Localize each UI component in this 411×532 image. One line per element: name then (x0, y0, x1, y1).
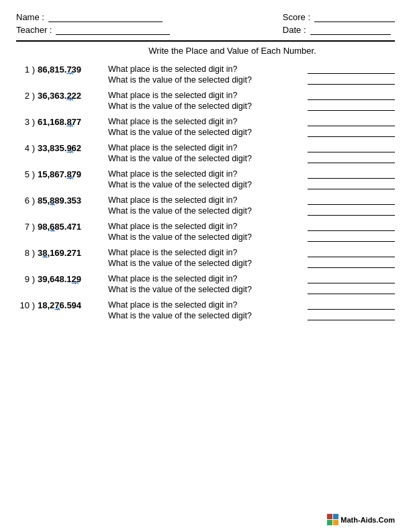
answer-line-1[interactable] (308, 222, 395, 231)
problem-questions: What place is the selected digit in? Wha… (108, 143, 395, 163)
answer-line-1[interactable] (308, 143, 395, 152)
problem-questions: What place is the selected digit in? Wha… (108, 91, 395, 111)
answer-line-1[interactable] (308, 64, 395, 74)
caret-mark: ^ (52, 228, 55, 234)
caret-mark: ^ (70, 175, 73, 182)
score-label: Score : (283, 12, 310, 22)
logo-cell-3 (327, 520, 332, 525)
header-divider (16, 40, 395, 42)
answer-line-1[interactable] (308, 169, 395, 179)
problem-row: 7 ) 98,685.471 ^ What place is the selec… (16, 218, 395, 245)
footer: Math-Aids.Com (327, 514, 395, 525)
problem-value: 85,889.353 ^ (38, 195, 108, 206)
caret-mark: ^ (52, 202, 55, 208)
problem-row: 4 ) 33,835.962 ^ What place is the selec… (16, 140, 395, 166)
logo-cell-2 (333, 514, 338, 519)
problem-number-label: 3 ) (16, 117, 38, 127)
answer-line-2[interactable] (308, 206, 395, 216)
question-text-2: What is the value of the selected digit? (108, 311, 252, 320)
logo: Math-Aids.Com (327, 514, 395, 525)
question-text-2: What is the value of the selected digit? (108, 206, 252, 216)
logo-text: Math-Aids.Com (340, 516, 395, 524)
problem-questions: What place is the selected digit in? Wha… (108, 300, 395, 320)
problem-value: 39,648.129 ^ (38, 274, 108, 284)
problem-number-label: 9 ) (16, 274, 38, 284)
answer-line-2[interactable] (308, 232, 395, 242)
problems-container: 1 ) 86,815.739 ^ What place is the selec… (16, 61, 395, 323)
answer-line-1[interactable] (308, 195, 395, 205)
answer-line-2[interactable] (308, 128, 395, 137)
question-text-2: What is the value of the selected digit? (108, 101, 252, 111)
answer-line-2[interactable] (308, 180, 395, 189)
problem-row: 10 ) 18,276.594 ^ What place is the sele… (16, 297, 395, 323)
question-row-1: What place is the selected digit in? (108, 222, 395, 231)
answer-line-2[interactable] (308, 75, 395, 85)
date-row: Date : (283, 25, 395, 35)
number-display: 86,815.739 ^ (38, 64, 81, 75)
question-row-2: What is the value of the selected digit? (108, 232, 395, 242)
score-row: Score : (283, 12, 395, 22)
problem-row: 2 ) 36,363.222 ^ What place is the selec… (16, 87, 395, 114)
number-display: 15,867.879 ^ (38, 169, 81, 179)
question-row-1: What place is the selected digit in? (108, 248, 395, 257)
question-row-2: What is the value of the selected digit? (108, 101, 395, 111)
caret-mark: ^ (70, 123, 73, 130)
question-row-1: What place is the selected digit in? (108, 143, 395, 152)
problem-questions: What place is the selected digit in? Wha… (108, 169, 395, 189)
answer-line-2[interactable] (308, 154, 395, 163)
logo-cell-1 (327, 514, 332, 519)
number-display: 39,648.129 ^ (38, 274, 81, 284)
problem-number-label: 4 ) (16, 143, 38, 153)
problem-value: 98,685.471 ^ (38, 222, 108, 232)
question-text-2: What is the value of the selected digit? (108, 128, 252, 137)
question-text-1: What place is the selected digit in? (108, 222, 237, 231)
question-text-1: What place is the selected digit in? (108, 64, 237, 74)
answer-line-1[interactable] (308, 117, 395, 126)
question-text-2: What is the value of the selected digit? (108, 259, 252, 268)
problem-number-label: 6 ) (16, 195, 38, 206)
question-row-2: What is the value of the selected digit? (108, 154, 395, 163)
question-row-2: What is the value of the selected digit? (108, 259, 395, 268)
problem-number-label: 10 ) (16, 300, 38, 310)
answer-line-2[interactable] (308, 101, 395, 111)
name-label: Name : (16, 12, 44, 22)
date-line[interactable] (310, 26, 391, 35)
problem-questions: What place is the selected digit in? Wha… (108, 117, 395, 137)
answer-line-1[interactable] (308, 91, 395, 100)
header-section: Name : Teacher : Score : Date : (16, 12, 395, 35)
problem-value: 18,276.594 ^ (38, 300, 108, 310)
number-display: 61,168.877 ^ (38, 117, 81, 127)
question-text-2: What is the value of the selected digit? (108, 285, 252, 294)
problem-number-label: 8 ) (16, 248, 38, 258)
logo-cell-4 (333, 520, 338, 525)
score-line[interactable] (314, 13, 395, 22)
question-text-1: What place is the selected digit in? (108, 274, 237, 283)
answer-line-1[interactable] (308, 300, 395, 310)
caret-mark: ^ (70, 97, 73, 103)
question-text-1: What place is the selected digit in? (108, 300, 237, 310)
number-display: 18,276.594 ^ (38, 300, 81, 310)
answer-line-2[interactable] (308, 285, 395, 294)
answer-line-1[interactable] (308, 248, 395, 257)
number-display: 85,889.353 ^ (38, 195, 81, 206)
teacher-line[interactable] (56, 26, 170, 35)
problem-value: 33,835.962 ^ (38, 143, 108, 153)
name-row: Name : (16, 12, 170, 22)
date-label: Date : (283, 25, 306, 35)
caret-mark: ^ (70, 71, 73, 77)
problem-questions: What place is the selected digit in? Wha… (108, 195, 395, 216)
question-text-1: What place is the selected digit in? (108, 169, 237, 179)
number-display: 33,835.962 ^ (38, 143, 81, 153)
question-text-2: What is the value of the selected digit? (108, 75, 252, 85)
problem-row: 6 ) 85,889.353 ^ What place is the selec… (16, 192, 395, 218)
caret-mark: ^ (75, 280, 79, 287)
answer-line-1[interactable] (308, 274, 395, 283)
problem-value: 15,867.879 ^ (38, 169, 108, 179)
answer-line-2[interactable] (308, 259, 395, 268)
problem-row: 9 ) 39,648.129 ^ What place is the selec… (16, 271, 395, 297)
name-line[interactable] (48, 13, 163, 22)
answer-line-2[interactable] (308, 311, 395, 320)
question-row-1: What place is the selected digit in? (108, 117, 395, 126)
number-display: 38,169.271 ^ (38, 248, 81, 258)
problem-questions: What place is the selected digit in? Wha… (108, 64, 395, 85)
